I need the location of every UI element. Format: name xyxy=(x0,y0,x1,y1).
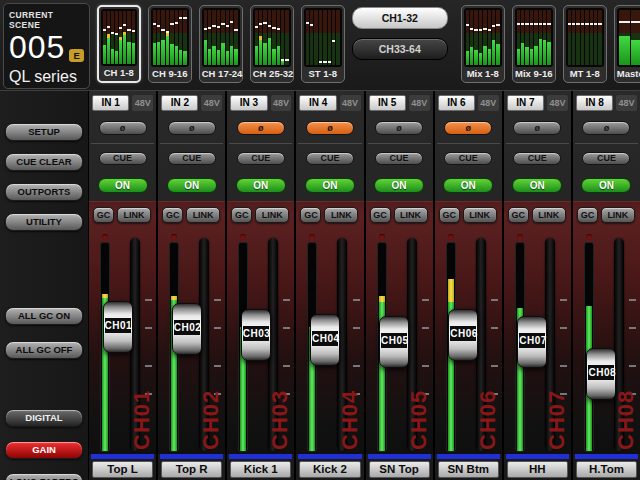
input-patch-button[interactable]: IN 4 xyxy=(299,95,336,111)
channel-name-label[interactable]: SN Btm xyxy=(438,461,499,478)
sidebar-button-all-gc-on[interactable]: ALL GC ON xyxy=(5,307,83,325)
sidebar-button-outports[interactable]: OUTPORTS xyxy=(5,183,83,201)
meter-block-ch-17-24[interactable]: CH 17-24 xyxy=(199,5,243,83)
gain-compensation-button[interactable]: GC xyxy=(300,207,321,223)
sidebar-button-digital[interactable]: DIGITAL xyxy=(5,409,83,427)
meter-block-ch-9-16[interactable]: CH 9-16 xyxy=(148,5,192,83)
fader-cap[interactable]: CH02 xyxy=(172,303,202,355)
cue-button[interactable]: CUE xyxy=(513,152,561,165)
link-button[interactable]: LINK xyxy=(394,207,428,223)
channel-on-button[interactable]: ON xyxy=(512,178,562,193)
sidebar-button-cue-clear[interactable]: CUE CLEAR xyxy=(5,153,83,171)
fader-cap[interactable]: CH01 xyxy=(103,301,133,353)
sidebar-button-setup[interactable]: SETUP xyxy=(5,123,83,141)
channel-name-label[interactable]: Top R xyxy=(161,461,222,478)
link-button[interactable]: LINK xyxy=(601,207,635,223)
sidebar-button-all-gc-off[interactable]: ALL GC OFF xyxy=(5,341,83,359)
meter-block-ch-25-32[interactable]: CH 25-32 xyxy=(250,5,294,83)
meter-bar xyxy=(226,10,229,65)
cue-button[interactable]: CUE xyxy=(306,152,354,165)
meter-block-st-1-8[interactable]: ST 1-8 xyxy=(301,5,345,83)
input-patch-button[interactable]: IN 5 xyxy=(369,95,406,111)
meter-bar xyxy=(153,10,156,65)
gain-compensation-button[interactable]: GC xyxy=(162,207,183,223)
meter-bar-level xyxy=(157,42,160,65)
link-button[interactable]: LINK xyxy=(324,207,358,223)
channel-name-label[interactable]: H.Tom xyxy=(576,461,637,478)
meter-bar xyxy=(336,10,339,65)
fader-cap[interactable]: CH03 xyxy=(241,309,271,361)
input-patch-button[interactable]: IN 8 xyxy=(576,95,613,111)
sidebar-button-long-faders[interactable]: LONG FADERS xyxy=(5,473,83,480)
fader-cap[interactable]: CH04 xyxy=(310,314,340,366)
link-button[interactable]: LINK xyxy=(532,207,566,223)
cue-button[interactable]: CUE xyxy=(168,152,216,165)
channel-on-button[interactable]: ON xyxy=(167,178,217,193)
input-patch-button[interactable]: IN 1 xyxy=(92,95,129,111)
phase-button[interactable]: ø xyxy=(375,121,423,135)
gain-compensation-button[interactable]: GC xyxy=(231,207,252,223)
channel-on-button[interactable]: ON xyxy=(581,178,631,193)
cue-button[interactable]: CUE xyxy=(444,152,492,165)
meter-block-mix-1-8[interactable]: Mix 1-8 xyxy=(461,5,505,83)
fader-cap[interactable]: CH07 xyxy=(517,316,547,368)
channel-on-button[interactable]: ON xyxy=(305,178,355,193)
meter-block-mt-1-8[interactable]: MT 1-8 xyxy=(563,5,607,83)
meter-bar xyxy=(470,10,473,65)
channel-on-button[interactable]: ON xyxy=(98,178,148,193)
fader-cap[interactable]: CH06 xyxy=(448,309,478,361)
sidebar-button-gain[interactable]: GAIN xyxy=(5,441,83,459)
gain-compensation-button[interactable]: GC xyxy=(93,207,114,223)
meter-block-ch-1-8[interactable]: CH 1-8 xyxy=(97,5,141,83)
channel-on-button[interactable]: ON xyxy=(374,178,424,193)
meter-peak-hold xyxy=(598,23,601,25)
meter-block-mix-9-16[interactable]: Mix 9-16 xyxy=(512,5,556,83)
meter-bar xyxy=(543,10,546,65)
channel-name-label[interactable]: Kick 1 xyxy=(230,461,291,478)
fader-cap[interactable]: CH05 xyxy=(379,316,409,368)
phase-button[interactable]: ø xyxy=(513,121,561,135)
phase-button[interactable]: ø xyxy=(306,121,354,135)
gain-compensation-button[interactable]: GC xyxy=(508,207,529,223)
link-button[interactable]: LINK xyxy=(255,207,289,223)
channel-on-button[interactable]: ON xyxy=(236,178,286,193)
cue-button[interactable]: CUE xyxy=(99,152,147,165)
fader-scale-tick xyxy=(422,393,429,395)
meter-block-master[interactable]: Master xyxy=(614,5,640,83)
bank-button-ch33-64[interactable]: CH33-64 xyxy=(352,38,448,60)
cue-button[interactable]: CUE xyxy=(375,152,423,165)
sidebar-button-utility[interactable]: UTILITY xyxy=(5,213,83,231)
strip-divider xyxy=(437,143,500,144)
meter-peak-hold xyxy=(619,21,631,23)
input-patch-button[interactable]: IN 2 xyxy=(161,95,198,111)
phase-button[interactable]: ø xyxy=(444,121,492,135)
channel-name-label[interactable]: Top L xyxy=(92,461,153,478)
link-button[interactable]: LINK xyxy=(186,207,220,223)
phase-button[interactable]: ø xyxy=(237,121,285,135)
phase-button[interactable]: ø xyxy=(582,121,630,135)
channel-name-label[interactable]: SN Top xyxy=(369,461,430,478)
fader-cap[interactable]: CH08 xyxy=(586,348,616,400)
input-patch-button[interactable]: IN 7 xyxy=(507,95,544,111)
channel-name-label[interactable]: HH xyxy=(507,461,568,478)
cue-button[interactable]: CUE xyxy=(582,152,630,165)
bank-button-ch1-32[interactable]: CH1-32 xyxy=(352,7,448,29)
gain-compensation-button[interactable]: GC xyxy=(577,207,598,223)
link-button[interactable]: LINK xyxy=(463,207,497,223)
channel-on-button[interactable]: ON xyxy=(443,178,493,193)
meter-peak-hold xyxy=(115,33,118,35)
phase-button[interactable]: ø xyxy=(99,121,147,135)
input-row: IN 648V xyxy=(438,95,499,111)
meter-level-yellow xyxy=(102,294,108,298)
phase-button[interactable]: ø xyxy=(168,121,216,135)
input-patch-button[interactable]: IN 3 xyxy=(230,95,267,111)
meter-bar-level xyxy=(496,44,499,65)
gain-compensation-button[interactable]: GC xyxy=(370,207,391,223)
fader-scale-tick xyxy=(422,299,429,301)
channel-name-label[interactable]: Kick 2 xyxy=(299,461,360,478)
fader-track[interactable] xyxy=(614,238,624,451)
link-button[interactable]: LINK xyxy=(117,207,151,223)
cue-button[interactable]: CUE xyxy=(237,152,285,165)
input-patch-button[interactable]: IN 6 xyxy=(438,95,475,111)
gain-compensation-button[interactable]: GC xyxy=(439,207,460,223)
